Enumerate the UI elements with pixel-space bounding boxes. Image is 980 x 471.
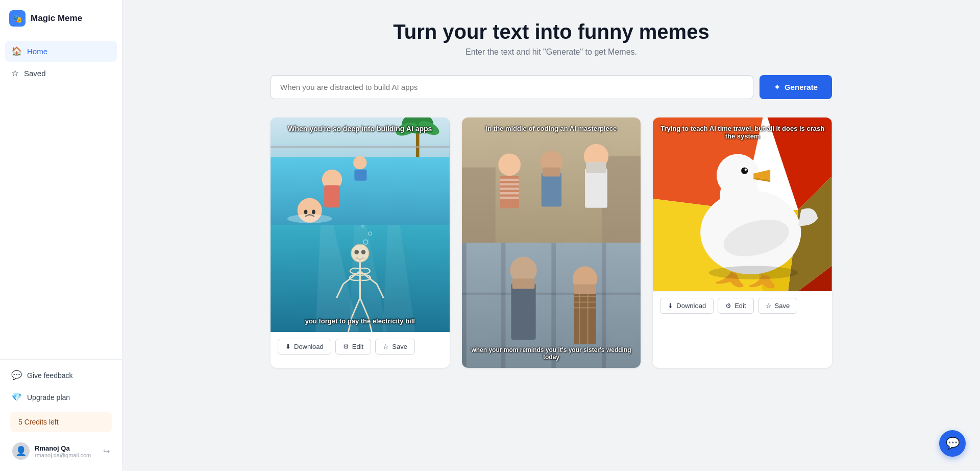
meme-actions-3: ⬇ Download ⚙ Edit ☆ Save	[653, 291, 832, 320]
meme-image-1: When you're so deep into building AI app…	[271, 117, 450, 332]
svg-rect-42	[542, 168, 560, 177]
app-logo: 🎭 Magic Meme	[0, 0, 122, 37]
svg-rect-5	[271, 146, 450, 148]
meme-image-3: Trying to teach AI time travel, but all …	[653, 117, 832, 291]
svg-rect-47	[500, 187, 519, 190]
edit-button-1[interactable]: ⚙ Edit	[335, 339, 371, 355]
save-button-1[interactable]: ☆ Save	[375, 339, 415, 355]
meme-card-1: When you're so deep into building AI app…	[271, 117, 450, 368]
sidebar-bottom: 💬 Give feedback 💎 Upgrade plan 5 Credits…	[0, 359, 122, 471]
edit-icon-1: ⚙	[343, 343, 349, 350]
svg-point-43	[498, 153, 521, 176]
svg-rect-60	[574, 291, 596, 344]
svg-point-12	[304, 210, 308, 215]
save-label-1: Save	[392, 343, 407, 350]
chat-bubble[interactable]: 💬	[939, 430, 966, 457]
download-button-1[interactable]: ⬇ Download	[278, 339, 331, 355]
svg-rect-39	[586, 162, 606, 173]
meme-caption-top-3: Trying to teach AI time travel, but all …	[653, 122, 832, 143]
download-label-1: Download	[294, 343, 324, 350]
feedback-icon: 💬	[11, 370, 22, 381]
svg-rect-49	[500, 197, 519, 199]
svg-rect-45	[500, 179, 519, 181]
sidebar-item-saved[interactable]: ☆ Saved	[5, 63, 117, 84]
download-icon-1: ⬇	[285, 343, 291, 350]
svg-point-81	[709, 266, 798, 279]
svg-rect-41	[541, 173, 561, 207]
svg-rect-8	[324, 185, 340, 207]
main-content: Turn your text into funny memes Enter th…	[122, 0, 980, 471]
edit-button-3[interactable]: ⚙ Edit	[718, 298, 753, 314]
download-label-3: Download	[676, 302, 706, 310]
diamond-icon: 💎	[11, 392, 22, 403]
sidebar-item-home-label: Home	[27, 47, 47, 56]
star-icon: ☆	[11, 68, 19, 79]
page-header: Turn your text into funny memes Enter th…	[148, 20, 954, 57]
save-icon-1: ☆	[383, 343, 389, 350]
svg-point-9	[353, 156, 366, 169]
distracted-svg-top	[462, 117, 641, 243]
meme-caption-bottom-1: you forget to pay the electricity bill	[271, 314, 450, 328]
user-info: Rmanoj Qa rmanoj.qa@gmail.com	[35, 444, 98, 458]
sidebar-item-saved-label: Saved	[24, 69, 46, 78]
meme-card-3: Trying to teach AI time travel, but all …	[653, 117, 832, 368]
sidebar-item-home[interactable]: 🏠 Home	[5, 41, 117, 62]
svg-rect-46	[500, 183, 519, 185]
upgrade-label: Upgrade plan	[27, 393, 70, 402]
save-label-3: Save	[775, 302, 790, 310]
svg-point-20	[354, 250, 359, 254]
meme-caption-top-2: In the middle of coding an AI masterpiec…	[462, 122, 641, 135]
sidebar-item-upgrade[interactable]: 💎 Upgrade plan	[5, 387, 117, 408]
save-icon-3: ☆	[766, 302, 772, 310]
svg-rect-57	[511, 284, 535, 340]
pool-top-scene: When you're so deep into building AI app…	[271, 117, 450, 225]
meme-actions-1: ⬇ Download ⚙ Edit ☆ Save	[271, 332, 450, 361]
svg-rect-48	[500, 192, 519, 194]
user-row: 👤 Rmanoj Qa rmanoj.qa@gmail.com ↪	[5, 436, 117, 466]
svg-rect-35	[462, 168, 496, 243]
svg-rect-36	[602, 156, 641, 243]
sidebar-item-feedback[interactable]: 💬 Give feedback	[5, 365, 117, 386]
svg-rect-58	[512, 278, 534, 289]
download-button-3[interactable]: ⬇ Download	[660, 298, 714, 314]
distracted-top: In the middle of coding an AI masterpiec…	[462, 117, 641, 243]
save-button-3[interactable]: ☆ Save	[758, 298, 798, 314]
edit-label-3: Edit	[734, 302, 746, 310]
user-email: rmanoj.qa@gmail.com	[35, 452, 98, 458]
distracted-bottom: when your mom reminds you it's your sist…	[462, 243, 641, 368]
sidebar: 🎭 Magic Meme 🏠 Home ☆ Saved 💬 Give feedb…	[0, 0, 122, 471]
svg-point-76	[741, 168, 748, 174]
duck-scene: Trying to teach AI time travel, but all …	[653, 117, 832, 291]
meme-caption-top-1: When you're so deep into building AI app…	[271, 122, 450, 136]
meme-card-2: In the middle of coding an AI masterpiec…	[462, 117, 641, 368]
generate-button[interactable]: ✦ Generate	[760, 75, 832, 99]
svg-point-21	[361, 250, 366, 254]
feedback-label: Give feedback	[27, 371, 73, 380]
sidebar-nav: 🏠 Home ☆ Saved	[0, 37, 122, 359]
meme-image-2: In the middle of coding an AI masterpiec…	[462, 117, 641, 368]
svg-point-14	[287, 214, 332, 223]
download-icon-3: ⬇	[668, 302, 673, 310]
avatar: 👤	[12, 442, 30, 460]
page-subtitle: Enter the text and hit "Generate" to get…	[148, 48, 954, 57]
page-title: Turn your text into funny memes	[148, 20, 954, 43]
svg-rect-38	[585, 169, 607, 208]
svg-rect-10	[354, 170, 366, 181]
logo-icon: 🎭	[9, 10, 26, 27]
credits-box: 5 Credits left	[10, 412, 112, 432]
logout-button[interactable]: ↪	[103, 446, 110, 456]
app-name: Magic Meme	[31, 13, 82, 23]
duck-svg	[653, 117, 832, 291]
svg-point-13	[312, 210, 315, 215]
generate-label: Generate	[785, 83, 818, 91]
pool-bottom-scene: you forget to pay the electricity bill	[271, 225, 450, 332]
svg-point-75	[717, 154, 759, 196]
credits-label: 5 Credits left	[18, 418, 59, 426]
svg-rect-66	[574, 284, 596, 294]
user-name: Rmanoj Qa	[35, 444, 98, 452]
edit-icon-3: ⚙	[725, 302, 731, 310]
meme-grid: When you're so deep into building AI app…	[271, 117, 832, 368]
search-row: ✦ Generate	[271, 75, 832, 99]
search-input[interactable]	[271, 75, 753, 99]
meme-caption-bottom-2: when your mom reminds you it's your sist…	[462, 343, 641, 364]
